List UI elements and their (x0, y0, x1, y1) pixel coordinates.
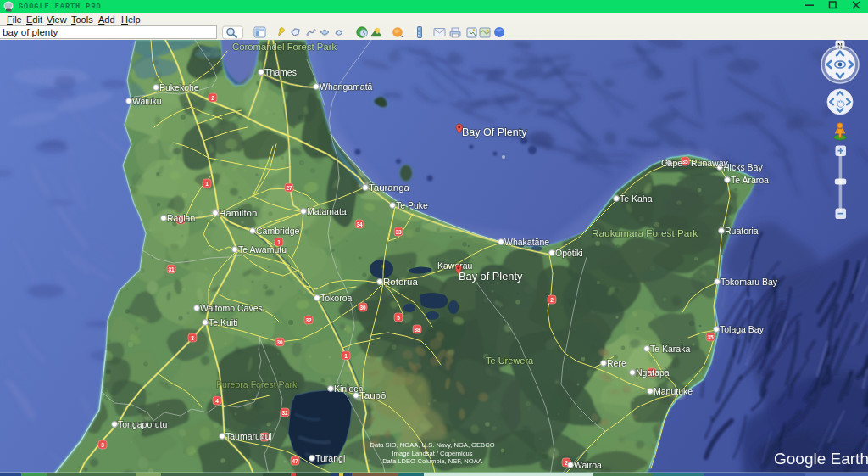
svg-text:Hamilton: Hamilton (219, 208, 257, 218)
svg-text:Runaway: Runaway (691, 158, 729, 168)
svg-text:Te Karaka: Te Karaka (650, 344, 690, 354)
svg-text:Ngatapa: Ngatapa (636, 367, 670, 378)
svg-text:Bay of Plenty: Bay of Plenty (459, 270, 523, 283)
svg-text:Taupō: Taupō (359, 390, 386, 400)
svg-text:Pureora Forest Park: Pureora Forest Park (216, 379, 298, 389)
svg-text:Te Kuiti: Te Kuiti (209, 317, 237, 328)
svg-text:2: 2 (211, 95, 214, 101)
svg-text:Tauranga: Tauranga (369, 182, 410, 193)
svg-text:Tongaporutu: Tongaporutu (118, 419, 168, 429)
svg-text:2: 2 (550, 297, 554, 303)
svg-text:Ōpōtiki: Ōpōtiki (555, 248, 583, 258)
svg-text:Coromandel Forest Park: Coromandel Forest Park (232, 42, 337, 52)
svg-text:Waitomo Caves: Waitomo Caves (200, 303, 263, 313)
svg-text:Tokomaru Bay: Tokomaru Bay (721, 277, 778, 287)
svg-text:30: 30 (359, 305, 366, 311)
svg-text:Manutuke: Manutuke (654, 386, 693, 396)
svg-text:Data SIO, NOAA, U.S. Navy, NGA: Data SIO, NOAA, U.S. Navy, NGA, GEBCO (370, 441, 494, 449)
svg-text:Hicks Bay: Hicks Bay (723, 162, 763, 172)
svg-text:34: 34 (356, 221, 363, 227)
svg-text:Te Araroa: Te Araroa (731, 175, 769, 185)
svg-text:32: 32 (281, 410, 288, 416)
svg-text:Cambridge: Cambridge (256, 226, 300, 236)
svg-text:Taumarunui: Taumarunui (225, 431, 272, 441)
svg-text:1: 1 (205, 181, 209, 187)
svg-text:Rere: Rere (607, 358, 626, 368)
svg-text:Thames: Thames (264, 67, 297, 77)
svg-text:Data LDEO-Columbia, NSF, NOAA: Data LDEO-Columbia, NSF, NOAA (382, 457, 483, 465)
svg-text:38: 38 (414, 327, 420, 333)
svg-text:Te Puke: Te Puke (396, 200, 428, 210)
svg-text:Turangi: Turangi (315, 453, 345, 463)
svg-text:Te Kaha: Te Kaha (620, 193, 653, 204)
svg-text:Te Urewera: Te Urewera (486, 356, 534, 366)
svg-text:Te Awamutu: Te Awamutu (238, 244, 287, 255)
svg-text:Matamata: Matamata (307, 206, 347, 216)
svg-text:5: 5 (397, 315, 400, 321)
svg-text:3: 3 (191, 335, 194, 341)
svg-text:31: 31 (168, 266, 175, 272)
svg-text:Google Earth: Google Earth (774, 450, 868, 468)
svg-text:Whangamatā: Whangamatā (320, 81, 373, 92)
svg-text:Wairoa: Wairoa (574, 460, 602, 470)
svg-text:4: 4 (215, 398, 219, 404)
svg-text:47: 47 (292, 458, 298, 464)
svg-text:Raglan: Raglan (167, 213, 195, 223)
svg-text:27: 27 (286, 185, 292, 191)
svg-text:Tolaga Bay: Tolaga Bay (720, 324, 765, 334)
svg-text:Pukekohe: Pukekohe (159, 82, 199, 92)
svg-text:Waiuku: Waiuku (132, 96, 162, 106)
svg-text:1: 1 (344, 353, 348, 359)
svg-text:Ruatoria: Ruatoria (725, 226, 759, 236)
svg-text:32: 32 (305, 317, 312, 323)
svg-text:Raukumara Forest Park: Raukumara Forest Park (592, 227, 698, 239)
svg-text:Image Landsat / Copernicus: Image Landsat / Copernicus (392, 450, 473, 457)
svg-text:Bay Of Plenty: Bay Of Plenty (462, 126, 527, 138)
svg-text:Rotorua: Rotorua (383, 277, 419, 287)
svg-text:30: 30 (276, 339, 283, 345)
svg-text:Whakatāne: Whakatāne (504, 237, 549, 247)
svg-text:Cape: Cape (661, 158, 682, 168)
svg-text:35: 35 (682, 159, 688, 165)
svg-text:3: 3 (101, 442, 104, 448)
svg-text:35: 35 (707, 334, 714, 340)
svg-text:Tokoroa: Tokoroa (320, 293, 353, 303)
svg-text:33: 33 (395, 229, 402, 235)
